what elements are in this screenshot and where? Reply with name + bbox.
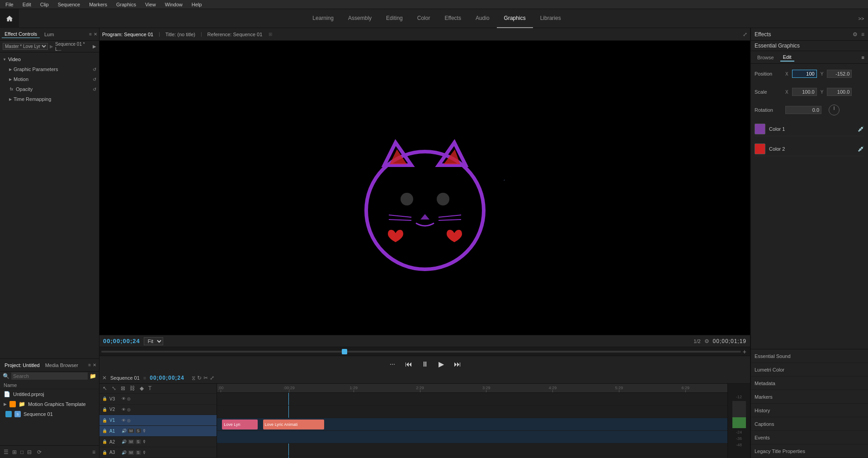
eg-position-x-input[interactable]	[792, 70, 817, 78]
new-bin-icon[interactable]: 📁	[90, 373, 96, 379]
tl-v1-target[interactable]: ◎	[127, 418, 131, 423]
menu-item-window[interactable]: Window	[163, 2, 184, 7]
panel-close-icon[interactable]: ✕	[94, 32, 97, 37]
go-to-in-btn[interactable]: ⏮	[402, 358, 415, 371]
right-panel-metadata[interactable]: Metadata	[751, 377, 868, 390]
tl-rate-stretch-icon[interactable]: ⤢	[210, 375, 214, 381]
workspace-more-button[interactable]: >>	[854, 9, 868, 28]
tl-v2-toggle-eye[interactable]: 👁	[122, 407, 126, 412]
tl-ripple-delete-icon[interactable]: ⤡	[110, 385, 118, 392]
tl-a1-toggle[interactable]: 🔊	[122, 429, 127, 433]
tab-title[interactable]: Title: (no title)	[165, 32, 195, 37]
tl-a3-solo[interactable]: S	[136, 450, 141, 455]
right-panel-history[interactable]: History	[751, 404, 868, 417]
tl-a3-mic[interactable]: 🎙	[142, 450, 146, 455]
tl-v2-lock[interactable]: 🔒	[101, 407, 108, 412]
opacity-row[interactable]: fx Opacity ↺	[0, 84, 99, 94]
add-track-button[interactable]: +	[741, 348, 748, 355]
menu-item-file[interactable]: File	[4, 2, 15, 7]
menu-item-clip[interactable]: Clip	[38, 2, 51, 7]
motion-template-expand[interactable]: ▶	[4, 402, 7, 406]
tl-a2-lock[interactable]: 🔒	[101, 439, 108, 444]
tab-assembly[interactable]: Assembly	[341, 9, 379, 28]
tab-program-seq[interactable]: Program: Sequence 01	[102, 32, 153, 37]
color1-eyedropper[interactable]: 💉	[858, 126, 864, 132]
scrubber-track[interactable]	[101, 351, 741, 353]
tl-v1-toggle-eye[interactable]: 👁	[122, 418, 126, 423]
clip-love-lyric-anim[interactable]: Love Lyric Animati	[263, 420, 324, 429]
step-back-btn[interactable]: ⏸	[419, 358, 431, 371]
fit-dropdown[interactable]: Fit	[144, 337, 163, 345]
graphic-params-reset[interactable]: ↺	[93, 67, 96, 72]
go-to-out-btn[interactable]: ⏭	[451, 358, 464, 371]
tl-ripple-icon[interactable]: ↻	[197, 375, 202, 381]
transport-settings-btn[interactable]: ⋯	[386, 358, 399, 371]
menu-item-sequence[interactable]: Sequence	[56, 2, 82, 7]
tl-v1-lock[interactable]: 🔒	[101, 418, 108, 423]
right-panel-captions[interactable]: Captions	[751, 417, 868, 431]
motion-reset[interactable]: ↺	[93, 77, 96, 82]
eg-tab-browse[interactable]: Browse	[755, 54, 777, 61]
tl-a3-toggle[interactable]: 🔊	[122, 450, 127, 455]
color1-swatch[interactable]	[755, 124, 765, 134]
icon-view-icon[interactable]: ⊞	[11, 448, 18, 456]
tl-snap-icon[interactable]: ⊠	[119, 385, 127, 392]
right-panel-markers[interactable]: Markers	[751, 390, 868, 404]
tab-color[interactable]: Color	[410, 9, 438, 28]
home-button[interactable]	[0, 9, 19, 28]
proj-item-motion-template[interactable]: ▶ 📁 Motion Graphics Template	[0, 399, 99, 409]
effects-panel-menu[interactable]: ≡	[861, 31, 864, 38]
tl-magnet-icon[interactable]: ⧖	[192, 375, 195, 381]
right-panel-lumetri-color[interactable]: Lumetri Color	[751, 363, 868, 377]
proj-item-sequence[interactable]: S Sequence 01	[0, 409, 99, 419]
time-remapping-row[interactable]: ▶ Time Remapping	[0, 94, 99, 104]
play-btn[interactable]: ▶	[435, 358, 448, 371]
motion-row[interactable]: ▶ Motion ↺	[0, 74, 99, 84]
opacity-reset[interactable]: ↺	[93, 87, 96, 92]
graphic-params-row[interactable]: ▶ Graphic Parameters ↺	[0, 64, 99, 74]
tl-a2-mute[interactable]: M	[128, 439, 134, 444]
sort-icon[interactable]: ⊟	[26, 448, 33, 456]
tab-libraries[interactable]: Libraries	[533, 9, 568, 28]
tab-learning[interactable]: Learning	[305, 9, 341, 28]
expand-panel-icon[interactable]: ⤢	[743, 31, 747, 38]
tl-select-icon[interactable]: ↖	[101, 385, 108, 392]
tl-marker-icon[interactable]: ◆	[138, 385, 145, 392]
menu-item-edit[interactable]: Edit	[21, 2, 33, 7]
color2-swatch[interactable]	[755, 143, 765, 154]
color2-eyedropper[interactable]: 💉	[858, 146, 864, 152]
tl-a3-lock[interactable]: 🔒	[101, 450, 108, 455]
list-view-icon[interactable]: ☰	[3, 448, 9, 456]
tl-a2-toggle[interactable]: 🔊	[122, 439, 127, 444]
menu-item-markers[interactable]: Markers	[87, 2, 109, 7]
tl-v3-target[interactable]: ◎	[127, 396, 131, 401]
project-panel-close[interactable]: ✕	[93, 363, 96, 367]
tl-v3-toggle-eye[interactable]: 👁	[122, 396, 126, 401]
tab-effect-controls[interactable]: Effect Controls	[2, 30, 40, 38]
tl-v2-target[interactable]: ◎	[127, 407, 131, 412]
proj-item-prproj[interactable]: 📄 Untitled.prproj	[0, 389, 99, 399]
clip-selector[interactable]: Master * Love Lyric...	[3, 43, 48, 50]
eg-tab-edit[interactable]: Edit	[780, 53, 794, 62]
auto-match-icon[interactable]: ⟳	[36, 448, 42, 456]
menu-item-help[interactable]: Help	[190, 2, 204, 7]
tl-timecode[interactable]: 00;00;00;24	[150, 375, 184, 381]
search-input[interactable]	[11, 372, 88, 380]
tl-scissors-icon[interactable]: ✂	[203, 375, 208, 381]
tab-media-browser[interactable]: Media Browser	[43, 362, 80, 369]
timeline-scrubber[interactable]: +	[99, 347, 750, 356]
eg-header-menu[interactable]: ≡	[862, 55, 864, 60]
right-panel-events[interactable]: Events	[751, 431, 868, 444]
effects-panel-icon[interactable]: ⚙	[853, 31, 858, 38]
tl-type-icon[interactable]: T	[147, 385, 153, 392]
tl-a3-mute[interactable]: M	[128, 450, 134, 455]
eg-rotation-value[interactable]: 0.0	[785, 106, 821, 114]
metadata-icon[interactable]: □	[19, 448, 24, 456]
tl-a2-solo[interactable]: S	[136, 439, 141, 444]
eg-scale-x[interactable]: 100.0	[792, 88, 817, 96]
tl-a1-lock[interactable]: 🔒	[101, 429, 108, 433]
project-panel-menu[interactable]: ≡	[88, 363, 91, 367]
eg-scale-y[interactable]: 100.0	[827, 88, 852, 96]
tab-effects[interactable]: Effects	[437, 9, 468, 28]
scrubber-head[interactable]	[342, 349, 347, 354]
